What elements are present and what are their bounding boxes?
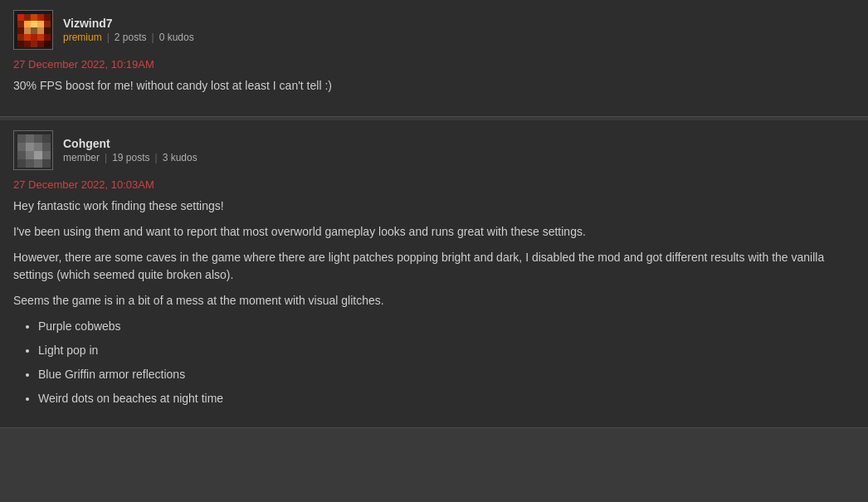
username-vizwind7: Vizwind7 — [63, 17, 194, 30]
svg-rect-14 — [37, 27, 44, 34]
list-item-2: Light pop in — [38, 342, 855, 359]
user-role-vizwind7: premium — [63, 32, 102, 43]
kudos-vizwind7: 0 kudos — [159, 32, 194, 43]
user-info-cohgent: Cohgent member | 19 posts | 3 kudos — [63, 137, 197, 163]
comment-list: Purple cobwebs Light pop in Blue Griffin… — [38, 318, 855, 407]
svg-rect-6 — [17, 21, 24, 27]
post-count-vizwind7: 2 posts — [115, 32, 147, 43]
svg-rect-41 — [34, 159, 42, 168]
svg-rect-10 — [44, 21, 51, 27]
svg-rect-11 — [17, 27, 24, 34]
svg-rect-3 — [31, 14, 37, 21]
svg-rect-27 — [17, 134, 26, 143]
svg-rect-2 — [24, 14, 31, 21]
list-item-4: Weird dots on beaches at night time — [38, 390, 855, 407]
comment-vizwind7: Vizwind7 premium | 2 posts | 0 kudos 27 … — [0, 0, 868, 117]
svg-rect-35 — [17, 151, 26, 159]
svg-rect-24 — [37, 41, 44, 47]
svg-rect-38 — [42, 151, 51, 159]
post-count-cohgent: 19 posts — [112, 152, 149, 163]
svg-rect-34 — [42, 143, 51, 151]
comment-cohgent: Cohgent member | 19 posts | 3 kudos 27 D… — [0, 120, 868, 428]
svg-rect-12 — [24, 27, 31, 34]
comment-header-vizwind7: Vizwind7 premium | 2 posts | 0 kudos — [13, 10, 855, 50]
avatar-vizwind7 — [13, 10, 53, 50]
svg-rect-22 — [24, 41, 31, 47]
svg-rect-18 — [31, 34, 37, 41]
svg-rect-13 — [31, 27, 37, 34]
comment-text-vizwind7: 30% FPS boost for me! without candy lost… — [13, 77, 855, 95]
separator-1: | — [107, 32, 110, 43]
list-item-3: Blue Griffin armor reflections — [38, 366, 855, 383]
separator-3: | — [105, 152, 107, 163]
list-item-1: Purple cobwebs — [38, 318, 855, 335]
svg-rect-8 — [31, 21, 37, 27]
comment-para-4: Seems the game is in a bit of a mess at … — [13, 292, 855, 309]
comment-para-3: However, there are some caves in the gam… — [13, 249, 855, 284]
svg-rect-39 — [17, 159, 26, 168]
svg-rect-32 — [26, 143, 34, 151]
svg-rect-25 — [44, 41, 51, 47]
svg-rect-28 — [26, 134, 34, 143]
kudos-cohgent: 3 kudos — [163, 152, 197, 163]
svg-rect-36 — [26, 151, 34, 159]
svg-rect-20 — [44, 34, 51, 41]
comment-para-2: I've been using them and want to report … — [13, 223, 855, 241]
avatar-cohgent — [13, 130, 53, 170]
timestamp-vizwind7: 27 December 2022, 10:19AM — [13, 58, 855, 71]
svg-rect-37 — [34, 151, 42, 159]
svg-rect-21 — [17, 41, 24, 47]
svg-rect-5 — [44, 14, 51, 21]
svg-rect-31 — [17, 143, 26, 151]
comment-header-cohgent: Cohgent member | 19 posts | 3 kudos — [13, 130, 855, 170]
svg-rect-17 — [24, 34, 31, 41]
separator-2: | — [152, 32, 154, 43]
user-meta-cohgent: member | 19 posts | 3 kudos — [63, 152, 197, 163]
user-info-vizwind7: Vizwind7 premium | 2 posts | 0 kudos — [63, 17, 194, 43]
svg-rect-19 — [37, 34, 44, 41]
svg-rect-1 — [17, 14, 24, 21]
svg-rect-30 — [42, 134, 51, 143]
svg-rect-9 — [37, 21, 44, 27]
user-role-cohgent: member — [63, 152, 100, 163]
separator-4: | — [155, 152, 158, 163]
timestamp-cohgent: 27 December 2022, 10:03AM — [13, 178, 855, 191]
svg-rect-16 — [17, 34, 24, 41]
svg-rect-29 — [34, 134, 42, 143]
comment-paragraph-vizwind7: 30% FPS boost for me! without candy lost… — [13, 77, 855, 95]
svg-rect-42 — [42, 159, 51, 168]
comment-para-1: Hey fantastic work finding these setting… — [13, 197, 855, 215]
user-meta-vizwind7: premium | 2 posts | 0 kudos — [63, 32, 194, 43]
svg-rect-23 — [31, 41, 37, 47]
comment-text-cohgent: Hey fantastic work finding these setting… — [13, 197, 855, 407]
svg-rect-4 — [37, 14, 44, 21]
svg-rect-33 — [34, 143, 42, 151]
svg-rect-7 — [24, 21, 31, 27]
svg-rect-40 — [26, 159, 34, 168]
username-cohgent: Cohgent — [63, 137, 197, 150]
svg-rect-15 — [44, 27, 51, 34]
